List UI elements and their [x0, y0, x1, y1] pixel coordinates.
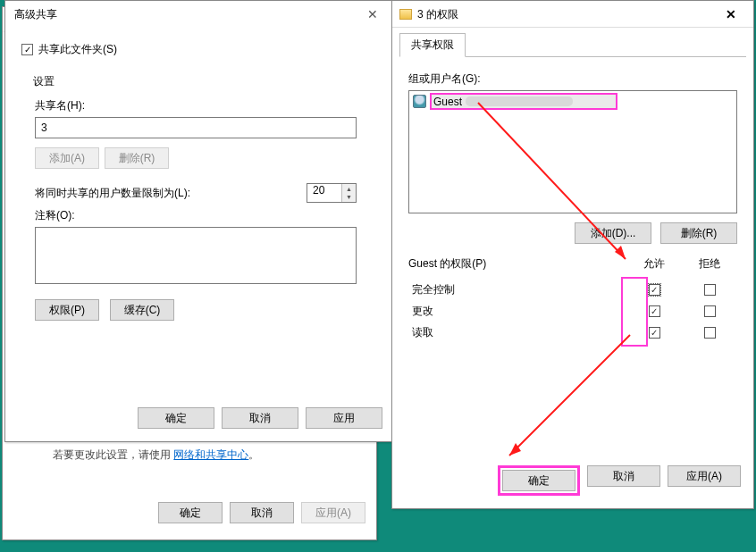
spin-down-icon[interactable]: ▼: [341, 192, 356, 202]
user-listbox[interactable]: Guest: [408, 90, 737, 213]
ok-button[interactable]: 确定: [502, 470, 575, 491]
apply-button[interactable]: 应用(A): [668, 465, 741, 487]
share-folder-label: 共享此文件夹(S): [38, 42, 117, 57]
allow-checkbox-read[interactable]: ✓: [649, 327, 660, 339]
deny-checkbox-fullcontrol[interactable]: [704, 284, 716, 296]
add-button[interactable]: 添加(A): [35, 147, 99, 169]
settings-legend: 设置: [33, 74, 373, 89]
permissions-table: 完全控制 ✓ 更改 ✓ 读取 ✓: [408, 279, 737, 343]
network-center-link[interactable]: 网络和共享中心: [173, 448, 248, 461]
deny-checkbox-read[interactable]: [704, 327, 716, 339]
close-icon[interactable]: ✕: [716, 2, 746, 27]
sharename-label: 共享名(H):: [35, 98, 373, 113]
ok-button[interactable]: 确定: [138, 407, 214, 429]
titlebar-advanced-sharing: 高级共享 ✕: [5, 1, 397, 28]
remove-button[interactable]: 删除(R): [105, 147, 169, 169]
tab-share-permissions[interactable]: 共享权限: [399, 33, 466, 57]
properties-button-row: 确定 取消 应用(A): [3, 502, 376, 525]
cache-button[interactable]: 缓存(C): [110, 299, 174, 321]
limit-spinner[interactable]: 20 ▲ ▼: [307, 183, 357, 203]
share-folder-checkbox-row: ✓ 共享此文件夹(S): [21, 42, 381, 57]
cancel-button[interactable]: 取消: [222, 407, 298, 429]
deny-checkbox-change[interactable]: [704, 305, 716, 317]
folder-icon: [399, 9, 412, 20]
comment-label: 注释(O):: [35, 208, 373, 223]
permissions-button[interactable]: 权限(P): [35, 299, 99, 321]
cancel-button[interactable]: 取消: [230, 502, 294, 523]
highlight-box-ok: 确定: [498, 465, 580, 496]
perm-row: 更改 ✓: [408, 300, 737, 322]
col-allow: 允许: [626, 256, 682, 272]
perm-row: 读取 ✓: [408, 322, 737, 343]
permissions-dialog: 3 的权限 ✕ 共享权限 组或用户名(G): Guest 添加(D)... 删除…: [391, 0, 754, 509]
redacted-text: [466, 96, 573, 106]
limit-label: 将同时共享的用户数量限制为(L):: [35, 186, 190, 201]
limit-value: 20: [313, 184, 324, 197]
titlebar-permissions: 3 的权限 ✕: [392, 1, 753, 28]
apply-button[interactable]: 应用: [306, 407, 382, 429]
close-icon[interactable]: ✕: [357, 1, 388, 28]
share-folder-checkbox[interactable]: ✓: [21, 44, 33, 55]
advanced-sharing-footer: 确定 取消 应用: [5, 407, 397, 429]
ok-button[interactable]: 确定: [158, 502, 223, 523]
list-item[interactable]: Guest: [409, 91, 736, 112]
apply-button[interactable]: 应用(A): [301, 502, 365, 523]
remove-button[interactable]: 删除(R): [660, 222, 737, 244]
allow-checkbox-fullcontrol[interactable]: ✓: [649, 284, 660, 296]
permissions-footer: 确定 取消 应用(A): [392, 465, 753, 496]
advanced-sharing-dialog: 高级共享 ✕ ✓ 共享此文件夹(S) 设置 共享名(H): 添加(A) 删除(R…: [4, 0, 398, 442]
cancel-button[interactable]: 取消: [587, 465, 660, 487]
settings-group: 设置 共享名(H): 添加(A) 删除(R) 将同时共享的用户数量限制为(L):…: [23, 66, 384, 334]
allow-checkbox-change[interactable]: ✓: [649, 305, 660, 317]
sharename-input[interactable]: [35, 117, 357, 138]
perm-for-label: Guest 的权限(P): [408, 256, 626, 272]
tab-strip: 共享权限: [399, 33, 746, 57]
add-button[interactable]: 添加(D)...: [575, 222, 651, 244]
title-text: 3 的权限: [417, 2, 458, 27]
col-deny: 拒绝: [682, 256, 737, 272]
title-text: 高级共享: [14, 1, 57, 28]
comment-input[interactable]: [35, 227, 357, 284]
hint-line: 若要更改此设置，请使用 网络和共享中心。: [53, 447, 259, 463]
permissions-header: Guest 的权限(P) 允许 拒绝: [408, 256, 737, 272]
user-name: Guest: [433, 96, 462, 108]
perm-row: 完全控制 ✓: [408, 279, 737, 300]
group-user-label: 组或用户名(G):: [408, 71, 737, 87]
user-icon: [413, 95, 426, 108]
